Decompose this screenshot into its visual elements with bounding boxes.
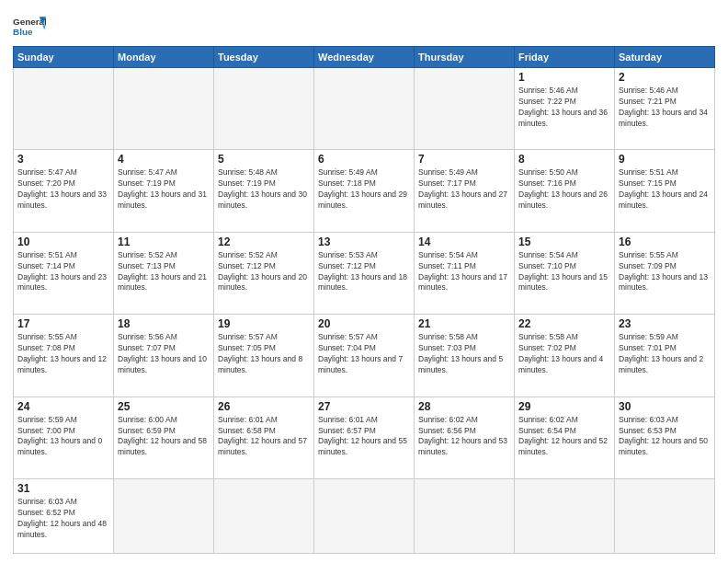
- calendar-cell: [415, 479, 515, 554]
- calendar-cell: 24Sunrise: 5:59 AMSunset: 7:00 PMDayligh…: [14, 396, 114, 478]
- header: General Blue: [13, 9, 715, 40]
- day-number: 30: [619, 400, 711, 413]
- day-number: 23: [619, 317, 711, 330]
- calendar-cell: 10Sunrise: 5:51 AMSunset: 7:14 PMDayligh…: [14, 232, 114, 314]
- day-info: Sunrise: 5:57 AMSunset: 7:04 PMDaylight:…: [318, 332, 410, 376]
- calendar-cell: 8Sunrise: 5:50 AMSunset: 7:16 PMDaylight…: [515, 150, 615, 232]
- calendar-cell: [114, 68, 214, 150]
- calendar-cell: 30Sunrise: 6:03 AMSunset: 6:53 PMDayligh…: [615, 396, 715, 478]
- day-number: 12: [218, 236, 310, 248]
- day-info: Sunrise: 5:49 AMSunset: 7:17 PMDaylight:…: [418, 167, 510, 212]
- calendar-week-row: 1Sunrise: 5:46 AMSunset: 7:22 PMDaylight…: [14, 68, 715, 150]
- calendar-cell: 14Sunrise: 5:54 AMSunset: 7:11 PMDayligh…: [415, 232, 515, 314]
- day-info: Sunrise: 5:47 AMSunset: 7:20 PMDaylight:…: [17, 167, 109, 212]
- day-number: 31: [17, 482, 109, 495]
- generalblue-logo-icon: General Blue: [13, 13, 46, 40]
- calendar-cell: [214, 479, 314, 554]
- calendar-cell: 27Sunrise: 6:01 AMSunset: 6:57 PMDayligh…: [314, 396, 415, 478]
- calendar-cell: 26Sunrise: 6:01 AMSunset: 6:58 PMDayligh…: [214, 396, 314, 478]
- calendar-cell: 20Sunrise: 5:57 AMSunset: 7:04 PMDayligh…: [314, 315, 415, 396]
- day-number: 26: [218, 400, 310, 413]
- day-number: 24: [17, 400, 109, 413]
- day-info: Sunrise: 5:58 AMSunset: 7:03 PMDaylight:…: [418, 332, 510, 376]
- calendar-cell: [314, 68, 415, 150]
- day-info: Sunrise: 6:00 AMSunset: 6:59 PMDaylight:…: [118, 415, 210, 459]
- day-info: Sunrise: 6:02 AMSunset: 6:54 PMDaylight:…: [518, 415, 610, 459]
- calendar-cell: 9Sunrise: 5:51 AMSunset: 7:15 PMDaylight…: [615, 150, 715, 232]
- day-info: Sunrise: 6:01 AMSunset: 6:58 PMDaylight:…: [218, 415, 310, 459]
- calendar-cell: 6Sunrise: 5:49 AMSunset: 7:18 PMDaylight…: [314, 150, 415, 232]
- day-number: 7: [418, 153, 510, 166]
- day-number: 6: [318, 153, 410, 166]
- calendar-week-row: 24Sunrise: 5:59 AMSunset: 7:00 PMDayligh…: [14, 396, 715, 478]
- calendar-cell: 28Sunrise: 6:02 AMSunset: 6:56 PMDayligh…: [415, 396, 515, 478]
- day-number: 16: [619, 236, 711, 248]
- calendar-cell: 23Sunrise: 5:59 AMSunset: 7:01 PMDayligh…: [615, 315, 715, 396]
- day-number: 29: [518, 400, 610, 413]
- day-number: 14: [418, 236, 510, 248]
- day-info: Sunrise: 5:46 AMSunset: 7:21 PMDaylight:…: [619, 86, 711, 130]
- calendar-cell: 15Sunrise: 5:54 AMSunset: 7:10 PMDayligh…: [515, 232, 615, 314]
- day-number: 8: [518, 153, 610, 166]
- calendar-header-row: SundayMondayTuesdayWednesdayThursdayFrid…: [14, 47, 715, 68]
- day-number: 11: [118, 236, 210, 248]
- calendar-cell: 16Sunrise: 5:55 AMSunset: 7:09 PMDayligh…: [615, 232, 715, 314]
- calendar-cell: 21Sunrise: 5:58 AMSunset: 7:03 PMDayligh…: [415, 315, 515, 396]
- day-number: 27: [318, 400, 410, 413]
- calendar-cell: 29Sunrise: 6:02 AMSunset: 6:54 PMDayligh…: [515, 396, 615, 478]
- calendar-week-row: 3Sunrise: 5:47 AMSunset: 7:20 PMDaylight…: [14, 150, 715, 232]
- calendar-cell: 22Sunrise: 5:58 AMSunset: 7:02 PMDayligh…: [515, 315, 615, 396]
- weekday-header-sunday: Sunday: [14, 47, 114, 68]
- calendar-cell: [615, 479, 715, 554]
- calendar-cell: [14, 68, 114, 150]
- logo: General Blue: [13, 13, 46, 40]
- day-info: Sunrise: 5:55 AMSunset: 7:08 PMDaylight:…: [17, 332, 109, 376]
- day-number: 3: [17, 153, 109, 166]
- calendar-cell: [314, 479, 415, 554]
- calendar-cell: 3Sunrise: 5:47 AMSunset: 7:20 PMDaylight…: [14, 150, 114, 232]
- day-info: Sunrise: 5:59 AMSunset: 7:00 PMDaylight:…: [17, 415, 109, 459]
- calendar-week-row: 17Sunrise: 5:55 AMSunset: 7:08 PMDayligh…: [14, 315, 715, 396]
- day-info: Sunrise: 5:50 AMSunset: 7:16 PMDaylight:…: [518, 167, 610, 212]
- day-info: Sunrise: 5:47 AMSunset: 7:19 PMDaylight:…: [118, 167, 210, 212]
- svg-text:Blue: Blue: [13, 27, 33, 37]
- page: General Blue SundayMondayTuesdayWednesda…: [0, 0, 728, 563]
- day-info: Sunrise: 5:48 AMSunset: 7:19 PMDaylight:…: [218, 167, 310, 212]
- day-info: Sunrise: 5:58 AMSunset: 7:02 PMDaylight:…: [518, 332, 610, 376]
- day-info: Sunrise: 5:57 AMSunset: 7:05 PMDaylight:…: [218, 332, 310, 376]
- calendar-cell: [515, 479, 615, 554]
- day-info: Sunrise: 5:46 AMSunset: 7:22 PMDaylight:…: [518, 86, 610, 130]
- day-number: 25: [118, 400, 210, 413]
- day-number: 19: [218, 317, 310, 330]
- calendar-cell: 7Sunrise: 5:49 AMSunset: 7:17 PMDaylight…: [415, 150, 515, 232]
- day-info: Sunrise: 6:01 AMSunset: 6:57 PMDaylight:…: [318, 415, 410, 459]
- calendar-cell: [114, 479, 214, 554]
- day-info: Sunrise: 5:52 AMSunset: 7:13 PMDaylight:…: [118, 250, 210, 294]
- day-number: 15: [518, 236, 610, 248]
- calendar-cell: 31Sunrise: 6:03 AMSunset: 6:52 PMDayligh…: [14, 479, 114, 554]
- weekday-header-saturday: Saturday: [615, 47, 715, 68]
- svg-marker-3: [42, 25, 46, 29]
- calendar-cell: 5Sunrise: 5:48 AMSunset: 7:19 PMDaylight…: [214, 150, 314, 232]
- calendar-cell: 11Sunrise: 5:52 AMSunset: 7:13 PMDayligh…: [114, 232, 214, 314]
- calendar-cell: 13Sunrise: 5:53 AMSunset: 7:12 PMDayligh…: [314, 232, 415, 314]
- day-number: 9: [619, 153, 711, 166]
- day-number: 20: [318, 317, 410, 330]
- day-info: Sunrise: 5:54 AMSunset: 7:10 PMDaylight:…: [518, 250, 610, 294]
- day-number: 22: [518, 317, 610, 330]
- day-info: Sunrise: 6:03 AMSunset: 6:52 PMDaylight:…: [17, 497, 109, 541]
- weekday-header-tuesday: Tuesday: [214, 47, 314, 68]
- calendar-cell: 4Sunrise: 5:47 AMSunset: 7:19 PMDaylight…: [114, 150, 214, 232]
- day-info: Sunrise: 5:49 AMSunset: 7:18 PMDaylight:…: [318, 167, 410, 212]
- calendar-cell: 19Sunrise: 5:57 AMSunset: 7:05 PMDayligh…: [214, 315, 314, 396]
- weekday-header-thursday: Thursday: [415, 47, 515, 68]
- day-info: Sunrise: 5:59 AMSunset: 7:01 PMDaylight:…: [619, 332, 711, 376]
- day-number: 2: [619, 71, 711, 84]
- day-info: Sunrise: 5:52 AMSunset: 7:12 PMDaylight:…: [218, 250, 310, 294]
- calendar-cell: [214, 68, 314, 150]
- weekday-header-monday: Monday: [114, 47, 214, 68]
- day-number: 28: [418, 400, 510, 413]
- day-info: Sunrise: 5:53 AMSunset: 7:12 PMDaylight:…: [318, 250, 410, 294]
- day-number: 13: [318, 236, 410, 248]
- day-number: 1: [518, 71, 610, 84]
